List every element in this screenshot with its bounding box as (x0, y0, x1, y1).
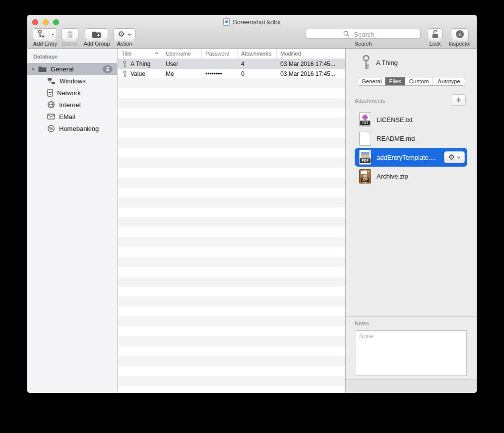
table-row[interactable]: Value Me •••••••• 0 03 Mar 2016 17:45... (118, 69, 345, 79)
lock-label: Lock (429, 41, 441, 47)
server-icon (47, 89, 53, 97)
column-header-title[interactable]: Title (118, 49, 162, 59)
sidebar-item-general[interactable]: ▾ General 2 (27, 63, 117, 75)
chevron-down-icon (127, 33, 131, 36)
sort-ascending-icon (155, 52, 159, 55)
md-file-icon (359, 131, 371, 146)
cell-attachments: 4 (238, 61, 277, 67)
app-window: Screenshot.kdbx ▾ Add Entry (27, 15, 477, 393)
search-label: Search (355, 41, 372, 47)
key-icon (361, 55, 371, 70)
tab-general[interactable]: General (358, 77, 385, 85)
folder-icon (38, 66, 47, 72)
attachment-action-button[interactable]: ⚙ (444, 151, 465, 163)
windows-network-icon (47, 77, 56, 84)
attachment-list: TXT LICENSE.txt README.md (355, 110, 467, 186)
sidebar-item-label: EMail (59, 113, 75, 121)
cell-title: Value (130, 70, 145, 77)
divider (346, 316, 477, 317)
delete-button[interactable] (62, 28, 78, 40)
sidebar-item-homebanking[interactable]: % Homebanking (27, 123, 117, 134)
action-button[interactable]: ⚙ (113, 28, 136, 40)
add-entry-dropdown-arrow-icon[interactable]: ▾ (49, 29, 57, 40)
key-icon (123, 61, 127, 68)
sidebar-item-label: General (51, 65, 73, 73)
notes-label: Notes (355, 320, 369, 326)
column-header-modified[interactable]: Modified (277, 49, 345, 59)
inspector-bottom-bar (346, 379, 477, 393)
percent-icon: % (47, 124, 55, 132)
open-padlock-icon (432, 30, 439, 39)
attachment-row-license[interactable]: TXT LICENSE.txt (355, 110, 467, 129)
window-title: Screenshot.kdbx (233, 18, 281, 26)
zip-file-icon: + ZIP (359, 169, 371, 184)
add-entry-label: Add Entry (33, 41, 57, 47)
chevron-down-icon (457, 156, 460, 159)
cell-modified: 03 Mar 2016 17:45... (277, 61, 345, 67)
trash-icon (66, 30, 73, 39)
cell-password: •••••••• (202, 70, 238, 77)
sidebar-item-label: Homebanking (59, 125, 99, 132)
column-header-password[interactable]: Password (202, 49, 238, 59)
delete-label: Delete (62, 41, 78, 47)
attachment-row-archive[interactable]: + ZIP Archive.zip (355, 167, 467, 186)
cell-username: User (162, 61, 202, 67)
plus-icon (456, 97, 461, 103)
add-entry-button[interactable]: ▾ (33, 28, 57, 40)
tab-custom[interactable]: Custom (405, 77, 433, 85)
attachment-name: LICENSE.txt (377, 116, 413, 124)
key-plus-icon[interactable] (33, 29, 49, 40)
column-header-username[interactable]: Username (162, 49, 202, 59)
sidebar-item-label: Network (57, 89, 81, 97)
sidebar-item-windows[interactable]: Windows (27, 75, 117, 87)
svg-text:%: % (49, 126, 53, 131)
sidebar: Database ▾ General 2 Windows (27, 49, 118, 393)
lock-button[interactable] (428, 28, 442, 40)
inspector-button[interactable]: i (451, 28, 469, 40)
attachment-row-readme[interactable]: README.md (355, 129, 467, 148)
add-attachment-button[interactable] (451, 94, 466, 106)
cell-username: Me (162, 70, 202, 77)
inspector-panel: A Thing General Files Custom Autotype At… (345, 49, 477, 393)
inspector-label: Inspector (448, 41, 471, 47)
attachment-name: README.md (377, 135, 415, 142)
sidebar-item-internet[interactable]: Internet (27, 99, 117, 111)
sidebar-item-email[interactable]: EMail (27, 111, 117, 123)
action-label: Action (117, 41, 132, 47)
txt-file-icon: TXT (359, 112, 371, 127)
sidebar-item-label: Windows (60, 77, 86, 85)
envelope-icon (47, 114, 55, 120)
tab-files[interactable]: Files (385, 77, 405, 85)
search-input[interactable] (306, 29, 422, 39)
notes-textarea[interactable] (356, 330, 467, 376)
document-proxy-icon[interactable] (223, 18, 230, 26)
column-header-attachments[interactable]: Attachments (238, 49, 277, 59)
table-header: Title Username Password Attachments Modi… (118, 49, 345, 59)
sidebar-item-label: Internet (59, 101, 81, 109)
globe-icon (47, 101, 55, 109)
inspector-tabs: General Files Custom Autotype (358, 77, 465, 86)
key-icon (123, 70, 127, 78)
entry-table: Title Username Password Attachments Modi… (118, 49, 345, 393)
pdf-file-icon: PDF (359, 150, 371, 165)
attachments-label: Attachments (355, 98, 385, 104)
window-title-area: Screenshot.kdbx (27, 17, 477, 26)
attachment-row-template[interactable]: PDF addEntryTemplate.... ⚙ (355, 148, 467, 167)
gear-icon: ⚙ (118, 30, 125, 38)
cell-title: A Thing (130, 61, 150, 67)
tab-autotype[interactable]: Autotype (433, 77, 465, 85)
cell-attachments: 0 (238, 70, 277, 77)
attachment-name: Archive.zip (377, 173, 408, 180)
search-field[interactable] (306, 29, 421, 39)
sidebar-item-network[interactable]: Network (27, 87, 117, 99)
table-row[interactable]: A Thing User 4 03 Mar 2016 17:45... (118, 59, 345, 69)
folder-plus-icon (92, 31, 101, 38)
entry-count-badge: 2 (103, 65, 113, 73)
attachment-name: addEntryTemplate.... (377, 154, 436, 161)
inspector-entry-title: A Thing (376, 59, 398, 66)
add-group-button[interactable] (85, 28, 108, 40)
window-chrome: Screenshot.kdbx ▾ Add Entry (27, 15, 477, 49)
info-icon: i (456, 30, 464, 38)
disclosure-triangle-icon[interactable]: ▾ (32, 66, 34, 72)
cell-modified: 03 Mar 2016 17:45... (277, 70, 345, 77)
